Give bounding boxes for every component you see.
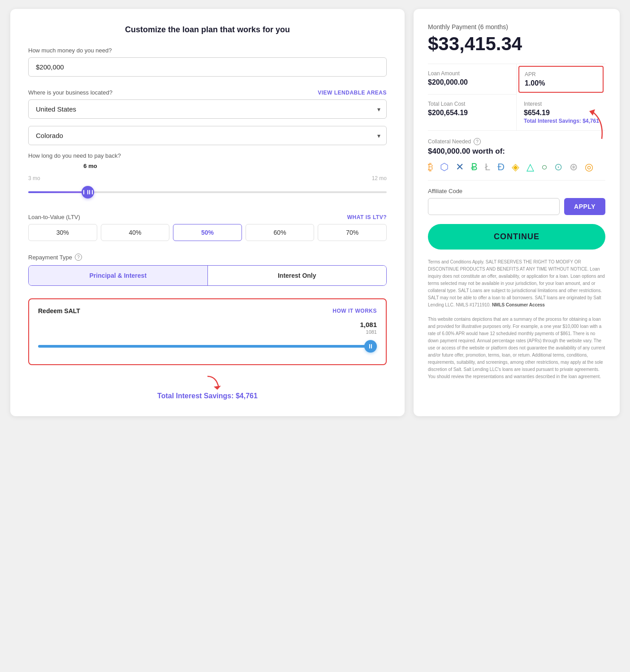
stats-grid: Loan Amount $200,000.00 APR 1.00% Total … bbox=[428, 64, 605, 131]
state-select[interactable]: Colorado bbox=[28, 126, 387, 145]
term-slider[interactable] bbox=[28, 183, 387, 201]
right-panel: Monthly Payment (6 months) $33,415.34 Lo… bbox=[414, 9, 620, 416]
mkr-icon[interactable]: ◈ bbox=[512, 161, 519, 173]
svg-rect-0 bbox=[87, 190, 88, 194]
total-loan-cost-label: Total Loan Cost bbox=[428, 101, 509, 107]
salt-thumb[interactable] bbox=[364, 340, 377, 353]
total-loan-cost-value: $200,654.19 bbox=[428, 109, 509, 117]
salt-value-display: 1,081 bbox=[38, 321, 377, 328]
left-panel: Customize the loan plan that works for y… bbox=[10, 9, 405, 416]
location-label: Where is your business located? bbox=[28, 89, 112, 96]
ltv-label: Loan-to-Value (LTV) bbox=[28, 214, 80, 220]
monthly-payment-label: Monthly Payment (6 months) bbox=[428, 23, 605, 30]
term-thumb[interactable] bbox=[82, 186, 94, 198]
term-current-label: 6 mo bbox=[83, 163, 97, 169]
redeem-salt-section: Redeem SALT HOW IT WORKS 1,081 1081 bbox=[28, 298, 387, 365]
repayment-help-icon[interactable]: ? bbox=[75, 254, 82, 261]
dash-icon[interactable]: Đ bbox=[497, 161, 505, 173]
term-max-label: 12 mo bbox=[372, 175, 387, 181]
bch-icon[interactable]: Ƀ bbox=[471, 161, 478, 173]
ltv-btn-60[interactable]: 60% bbox=[246, 224, 315, 241]
algo-icon[interactable]: △ bbox=[526, 161, 534, 173]
btc-icon[interactable]: ₿ bbox=[428, 161, 433, 173]
apr-label: APR bbox=[525, 71, 597, 78]
view-lendable-link[interactable]: VIEW LENDABLE AREAS bbox=[318, 90, 387, 96]
xrp-icon[interactable]: ✕ bbox=[456, 161, 464, 173]
total-loan-cost-stat: Total Loan Cost $200,654.19 bbox=[428, 95, 517, 131]
ren-icon[interactable]: ○ bbox=[541, 161, 547, 173]
loan-amount-stat: Loan Amount $200,000.00 bbox=[428, 64, 517, 95]
repayment-interest-only-btn[interactable]: Interest Only bbox=[208, 266, 387, 285]
interest-stat: Interest $654.19 Total Interest Savings:… bbox=[517, 95, 605, 131]
svg-marker-2 bbox=[214, 386, 221, 390]
ltv-button-group: 30% 40% 50% 60% 70% bbox=[28, 224, 387, 241]
interest-savings-link[interactable]: Total Interest Savings: $4,761 bbox=[524, 118, 605, 124]
usdc-icon[interactable]: ◎ bbox=[585, 161, 593, 173]
country-select[interactable]: United States bbox=[28, 99, 387, 119]
redeem-title: Redeem SALT bbox=[38, 307, 80, 314]
collateral-section: Collateral Needed ? $400,000.00 worth of… bbox=[428, 131, 605, 181]
ltv-btn-30[interactable]: 30% bbox=[28, 224, 97, 241]
what-is-ltv-link[interactable]: WHAT IS LTV? bbox=[347, 214, 387, 220]
salt-slider[interactable] bbox=[38, 338, 377, 354]
savings-arrow-container bbox=[28, 374, 387, 392]
repayment-label: Repayment Type bbox=[28, 254, 72, 261]
collateral-value: $400,000.00 worth of: bbox=[428, 147, 605, 156]
salt-value-sub: 1081 bbox=[38, 329, 377, 335]
monthly-payment-amount: $33,415.34 bbox=[428, 33, 605, 55]
collateral-label: Collateral Needed bbox=[428, 138, 471, 145]
collateral-help-icon[interactable]: ? bbox=[474, 138, 481, 145]
interest-label: Interest bbox=[524, 101, 605, 107]
loan-amount-label: How much money do you need? bbox=[28, 47, 387, 54]
affiliate-label: Affiliate Code bbox=[428, 188, 605, 194]
usdt-icon[interactable]: ⊛ bbox=[570, 161, 578, 173]
repayment-principal-interest-btn[interactable]: Principal & Interest bbox=[29, 266, 208, 285]
repayment-button-group: Principal & Interest Interest Only bbox=[28, 265, 387, 286]
repayment-section: Repayment Type ? Principal & Interest In… bbox=[28, 254, 387, 286]
usdc-wrapped-icon[interactable]: ⊙ bbox=[554, 161, 562, 173]
interest-value: $654.19 bbox=[524, 109, 605, 117]
apply-button[interactable]: APPLY bbox=[564, 198, 605, 215]
ltv-btn-70[interactable]: 70% bbox=[318, 224, 387, 241]
affiliate-section: Affiliate Code APPLY CONTINUE Terms and … bbox=[428, 181, 605, 380]
how-it-works-link[interactable]: HOW IT WORKS bbox=[332, 308, 377, 314]
ltv-btn-50[interactable]: 50% bbox=[173, 224, 242, 241]
affiliate-input[interactable] bbox=[428, 198, 560, 215]
crypto-icons-row: ₿ ⬡ ✕ Ƀ Ł Đ ◈ △ ○ ⊙ ⊛ ◎ bbox=[428, 161, 605, 173]
term-min-label: 3 mo bbox=[28, 175, 40, 181]
continue-button[interactable]: CONTINUE bbox=[428, 224, 605, 250]
legal-text-1: Terms and Conditions Apply. SALT RESERVE… bbox=[428, 258, 605, 380]
apr-stat: APR 1.00% bbox=[518, 66, 604, 93]
loan-amount-stat-label: Loan Amount bbox=[428, 70, 509, 77]
loan-amount-input[interactable] bbox=[28, 57, 387, 77]
svg-rect-1 bbox=[89, 190, 90, 194]
apr-value: 1.00% bbox=[525, 79, 597, 87]
eth-icon[interactable]: ⬡ bbox=[440, 161, 449, 173]
ltv-btn-40[interactable]: 40% bbox=[101, 224, 170, 241]
loan-amount-stat-value: $200,000.00 bbox=[428, 78, 509, 86]
term-label: How long do you need to pay back? bbox=[28, 152, 387, 159]
total-interest-savings-left: Total Interest Savings: $4,761 bbox=[28, 392, 387, 400]
ltc-icon[interactable]: Ł bbox=[485, 161, 490, 173]
nmls-link[interactable]: NMLS Consumer Access bbox=[492, 302, 545, 307]
curved-arrow-svg bbox=[194, 374, 221, 392]
page-title: Customize the loan plan that works for y… bbox=[28, 25, 387, 34]
